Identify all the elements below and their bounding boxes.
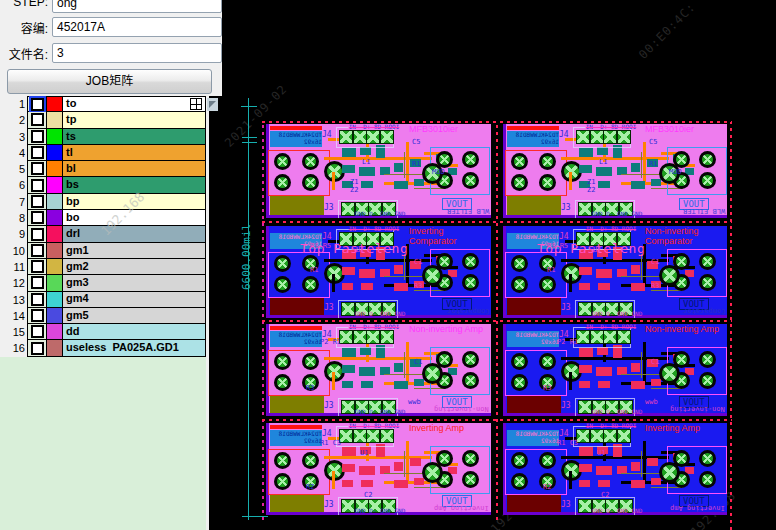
layer-checkbox-cell (28, 324, 47, 339)
layer-checkbox[interactable] (31, 211, 44, 224)
layer-color-swatch[interactable] (47, 226, 63, 241)
layer-name[interactable]: drl (63, 226, 205, 241)
layer-row[interactable]: 6bs (0, 177, 206, 193)
layer-checkbox[interactable] (31, 342, 44, 355)
layer-row[interactable]: 3ts (0, 129, 206, 145)
panel-resize-handle[interactable] (207, 98, 218, 111)
schematic-line (384, 473, 426, 474)
layer-number: 10 (0, 243, 27, 259)
layer-checkbox[interactable] (31, 325, 44, 338)
layer-name[interactable]: ts (63, 129, 205, 144)
layer-checkbox[interactable] (31, 98, 44, 111)
connector-label: J4 (559, 232, 569, 241)
plated-hole-pad (274, 374, 291, 391)
layer-name[interactable]: dd (63, 324, 205, 339)
ref-designator-label: R3 (414, 282, 422, 290)
layer-color-swatch[interactable] (47, 275, 63, 290)
smd-component (394, 163, 403, 172)
connector-pad (366, 330, 380, 344)
ref-designator-label: MUD (669, 168, 682, 176)
plated-hole-pad (422, 265, 443, 286)
layer-color-swatch[interactable] (47, 259, 63, 274)
layer-color-swatch[interactable] (47, 112, 63, 127)
layer-checkbox[interactable] (31, 309, 44, 322)
layer-checkbox[interactable] (31, 260, 44, 273)
layer-name-text: gm5 (66, 308, 89, 324)
layer-color-swatch[interactable] (47, 210, 63, 225)
layer-row[interactable]: 13gm4 (0, 292, 206, 308)
layer-name[interactable]: gm3 (63, 275, 205, 290)
layer-name[interactable]: gm4 (63, 292, 205, 307)
customer-input[interactable]: 452017A (52, 17, 222, 37)
layer-row[interactable]: 7bp (0, 194, 206, 210)
layer-name[interactable]: to (63, 97, 205, 111)
copper-block (270, 298, 324, 315)
silkscreen-top-text: IN- D+ 8D ROOI (328, 226, 420, 232)
layer-color-swatch[interactable] (47, 177, 63, 192)
layer-color-swatch[interactable] (47, 324, 63, 339)
layer-name[interactable]: gm5 (63, 308, 205, 323)
layer-name[interactable]: tl (63, 145, 205, 160)
layer-name[interactable]: useless PA025A.GD1 (63, 340, 205, 355)
layer-checkbox[interactable] (31, 113, 44, 126)
layer-color-swatch[interactable] (47, 129, 63, 144)
layer-checkbox-cell (28, 210, 47, 225)
layer-row[interactable]: 5bl (0, 161, 206, 177)
layer-row[interactable]: 14gm5 (0, 308, 206, 324)
layer-row[interactable]: 16useless PA025A.GD1 (0, 340, 206, 356)
layer-checkbox[interactable] (31, 179, 44, 192)
layer-name[interactable]: bl (63, 161, 205, 176)
layer-name-text: gm4 (66, 291, 89, 307)
layer-name-text: gm2 (66, 259, 89, 275)
layer-row[interactable]: 15dd (0, 324, 206, 340)
step-select[interactable]: ong (52, 0, 222, 13)
connector-pad (339, 130, 353, 144)
plated-hole-pad (274, 153, 291, 170)
layer-checkbox[interactable] (31, 146, 44, 159)
layer-number: 12 (0, 275, 27, 291)
connector-pad (353, 429, 367, 443)
layer-color-swatch[interactable] (47, 292, 63, 307)
layer-row[interactable]: 1to (0, 96, 206, 112)
ref-designator-label: R3 (651, 282, 659, 290)
layer-row[interactable]: 10gm1 (0, 243, 206, 259)
layer-color-swatch[interactable] (47, 194, 63, 209)
ref-designator-label: P2 R1 (320, 338, 341, 346)
layer-row[interactable]: 4tl (0, 145, 206, 161)
board-title: Inverting Amp (409, 424, 487, 434)
layer-color-swatch[interactable] (47, 97, 63, 111)
ref-designator-label: C5 (412, 138, 420, 146)
grid-icon[interactable] (190, 98, 202, 110)
schematic-line (621, 374, 663, 375)
smd-component (579, 480, 590, 487)
layer-name[interactable]: gm1 (63, 243, 205, 258)
layer-color-swatch[interactable] (47, 308, 63, 323)
ref-designator-label: R1 C3 (557, 439, 578, 447)
smd-component (631, 363, 640, 372)
layer-color-swatch[interactable] (47, 340, 63, 355)
job-matrix-button[interactable]: JOB矩阵 (7, 69, 212, 94)
layer-checkbox[interactable] (31, 244, 44, 257)
trace (569, 471, 572, 489)
layer-checkbox[interactable] (31, 195, 44, 208)
layer-row[interactable]: 2tp (0, 112, 206, 128)
plated-hole-pad (511, 276, 528, 293)
filename-input[interactable]: 3 (52, 43, 222, 63)
layer-color-swatch[interactable] (47, 161, 63, 176)
layer-color-swatch[interactable] (47, 243, 63, 258)
layer-checkbox[interactable] (31, 293, 44, 306)
layer-name[interactable]: tp (63, 112, 205, 127)
layer-checkbox[interactable] (31, 130, 44, 143)
layer-name[interactable]: gm2 (63, 259, 205, 274)
mirrored-text: Non-inverting (670, 405, 725, 413)
board-red-bar (507, 126, 559, 130)
layer-row[interactable]: 12gm3 (0, 275, 206, 291)
layer-checkbox[interactable] (31, 276, 44, 289)
layer-name-text: to (66, 96, 76, 112)
layer-color-swatch[interactable] (47, 145, 63, 160)
ref-designator-label: Z1 (350, 178, 358, 186)
layer-row[interactable]: 11gm2 (0, 259, 206, 275)
board-red-bar (270, 126, 322, 130)
layer-checkbox[interactable] (31, 228, 44, 241)
layer-checkbox[interactable] (31, 162, 44, 175)
